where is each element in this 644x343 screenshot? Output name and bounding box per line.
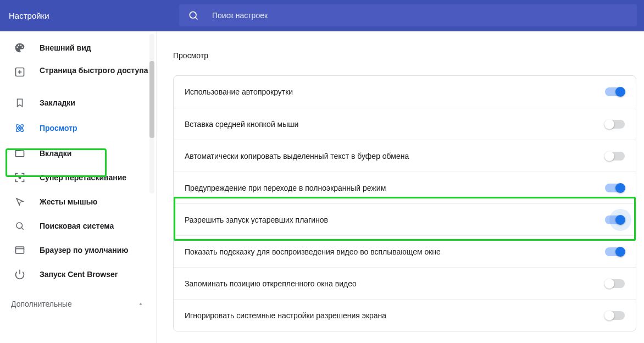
sidebar-item-search-engine[interactable]: Поисковая система [0,214,156,238]
setting-toggle[interactable] [605,247,625,256]
setting-toggle[interactable] [605,184,625,192]
setting-row: Вставка средней кнопкой мыши [174,108,636,140]
setting-label: Показать подсказку для воспроизведения в… [185,247,441,256]
setting-row: Использование автопрокрутки [174,76,636,108]
sidebar-item-label: Страница быстрого доступа [40,65,148,76]
bookmark-icon [13,96,26,109]
setting-label: Игнорировать системные настройки разреше… [185,311,386,320]
setting-toggle[interactable] [605,311,625,320]
sidebar-item-label: Запуск Cent Browser [40,269,118,280]
sidebar-item-speed-dial[interactable]: Страница быстрого доступа [0,60,156,91]
svg-point-10 [16,223,23,229]
section-title: Просмотр [173,51,636,60]
search-icon [188,10,199,21]
sidebar-item-label: Жесты мышью [40,197,97,207]
svg-line-1 [196,18,198,20]
app-header: Настройки [0,0,644,31]
page-title: Настройки [9,0,174,31]
setting-row: Предупреждение при переходе в полноэкран… [174,172,636,203]
svg-rect-12 [16,247,24,253]
search-icon [13,219,26,233]
add-box-icon [13,65,26,79]
setting-toggle[interactable] [605,279,625,288]
sidebar-item-browsing[interactable]: Просмотр [0,115,156,141]
sidebar-item-mouse-gestures[interactable]: Жесты мышью [0,190,156,214]
sidebar-item-label: Просмотр [40,123,77,134]
browser-icon [13,244,26,257]
setting-label: Автоматически копировать выделенный текс… [185,152,409,161]
power-icon [13,268,26,281]
sidebar-item-tabs[interactable]: Вкладки [0,141,156,165]
svg-rect-8 [16,151,24,157]
svg-line-11 [21,228,23,229]
setting-label: Вставка средней кнопкой мыши [185,120,298,129]
setting-row: Разрешить запуск устаревших плагинов [174,203,636,235]
sidebar-item-super-drag[interactable]: Супер перетаскивание [0,165,156,190]
sidebar-item-label: Внешний вид [40,43,91,53]
sidebar-item-default-browser[interactable]: Браузер по умолчанию [0,238,156,262]
setting-label: Запоминать позицию открепленного окна ви… [185,279,357,288]
cursor-icon [13,195,26,208]
content-area: Просмотр Использование автопрокруткиВста… [157,31,644,343]
svg-point-7 [19,128,21,129]
sidebar-advanced-toggle[interactable]: Дополнительные [0,291,156,317]
sidebar-item-label: Вкладки [40,148,71,159]
crop-free-icon [13,171,26,184]
sidebar-item-label: Браузер по умолчанию [40,245,128,256]
setting-row: Запоминать позицию открепленного окна ви… [174,267,636,299]
setting-row: Показать подсказку для воспроизведения в… [174,235,636,267]
search-box[interactable] [179,4,637,26]
search-input[interactable] [212,11,628,20]
sidebar-advanced-label: Дополнительные [11,300,72,308]
setting-row: Автоматически копировать выделенный текс… [174,140,636,172]
sidebar-item-label: Супер перетаскивание [40,173,126,183]
setting-label: Предупреждение при переходе в полноэкран… [185,184,386,192]
atom-icon [13,121,26,135]
sidebar-item-appearance[interactable]: Внешний вид [0,36,156,60]
setting-label: Разрешить запуск устаревших плагинов [185,215,328,224]
setting-label: Использование автопрокрутки [185,87,293,96]
sidebar-item-label: Закладки [40,98,75,108]
sidebar-item-bookmarks[interactable]: Закладки [0,91,156,115]
sidebar-item-on-startup[interactable]: Запуск Cent Browser [0,262,156,286]
setting-toggle[interactable] [605,215,625,224]
sidebar-item-label: Поисковая система [40,221,114,231]
svg-point-9 [19,176,20,178]
setting-toggle[interactable] [605,87,625,96]
sidebar: Внешний вид Страница быстрого доступа За… [0,31,157,343]
setting-toggle[interactable] [605,152,625,161]
tab-icon [13,147,26,160]
palette-icon [13,41,26,54]
svg-point-0 [190,12,196,18]
setting-row: Игнорировать системные настройки разреше… [174,299,636,331]
settings-card: Использование автопрокруткиВставка средн… [173,75,636,331]
setting-toggle[interactable] [605,120,625,129]
chevron-up-icon [137,301,144,307]
